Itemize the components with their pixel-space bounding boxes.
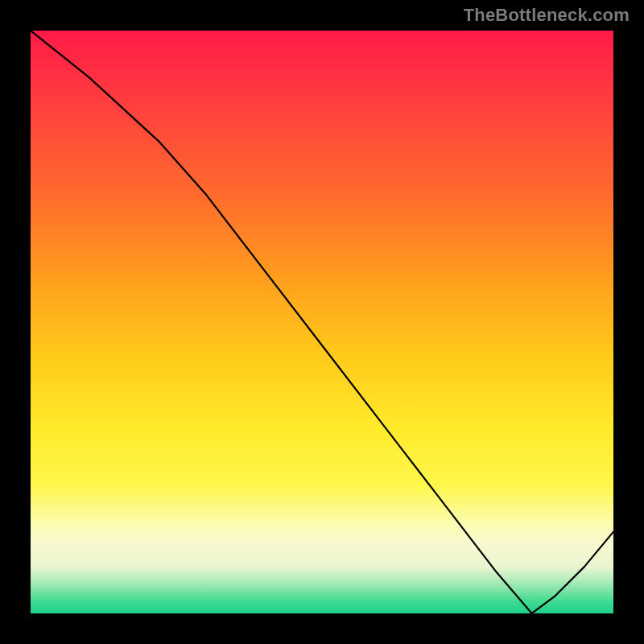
chart-curve-svg: [31, 31, 613, 613]
bottleneck-curve: [31, 31, 613, 613]
watermark-text: TheBottleneck.com: [464, 5, 630, 26]
chart-area: [31, 31, 613, 613]
